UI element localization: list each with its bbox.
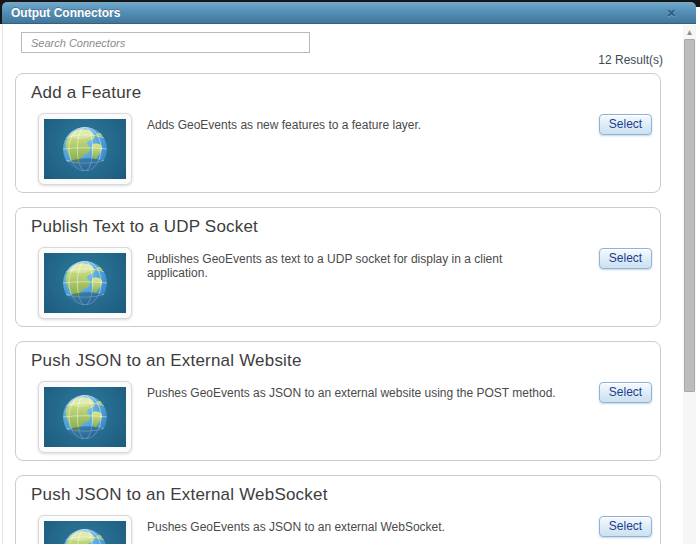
scrollbar-thumb[interactable] (684, 39, 695, 392)
connector-card-add-a-feature: Add a Feature Adds GeoEvents as new feat… (15, 73, 661, 193)
select-button[interactable]: Select (599, 382, 652, 403)
connector-thumbnail (38, 381, 132, 453)
scroll-up-icon[interactable]: ▲ (683, 25, 696, 40)
close-icon[interactable]: ✕ (667, 2, 696, 24)
connector-thumbnail (38, 113, 132, 185)
connector-description: Pushes GeoEvents as JSON to an external … (147, 520, 565, 534)
select-button[interactable]: Select (599, 114, 652, 135)
connector-thumbnail (38, 247, 132, 319)
connector-description: Pushes GeoEvents as JSON to an external … (147, 386, 565, 400)
connector-description: Adds GeoEvents as new features to a feat… (147, 118, 565, 132)
results-count: 12 Result(s) (598, 53, 663, 67)
connector-list: Add a Feature Adds GeoEvents as new feat… (15, 73, 661, 544)
dialog-title: Output Connectors (2, 6, 120, 20)
select-button[interactable]: Select (599, 516, 652, 537)
globe-icon (44, 253, 126, 313)
connector-title: Push JSON to an External WebSocket (31, 485, 328, 505)
connector-card-push-json-websocket: Push JSON to an External WebSocket Pushe… (15, 475, 661, 544)
globe-icon (44, 119, 126, 179)
connector-title: Publish Text to a UDP Socket (31, 217, 258, 237)
search-input[interactable] (21, 32, 310, 53)
connector-description: Publishes GeoEvents as text to a UDP soc… (147, 252, 565, 280)
globe-icon (44, 387, 126, 447)
connector-card-push-json-website: Push JSON to an External Website Pushes … (15, 341, 661, 461)
connector-card-publish-text-udp: Publish Text to a UDP Socket Publishes G… (15, 207, 661, 327)
dialog-titlebar: Output Connectors ✕ (2, 2, 696, 24)
vertical-scrollbar[interactable]: ▲ (683, 25, 696, 544)
connector-thumbnail (38, 515, 132, 544)
select-button[interactable]: Select (599, 248, 652, 269)
dialog-left-border (2, 24, 3, 544)
globe-icon (44, 521, 126, 544)
connector-title: Push JSON to an External Website (31, 351, 302, 371)
connector-title: Add a Feature (31, 83, 141, 103)
